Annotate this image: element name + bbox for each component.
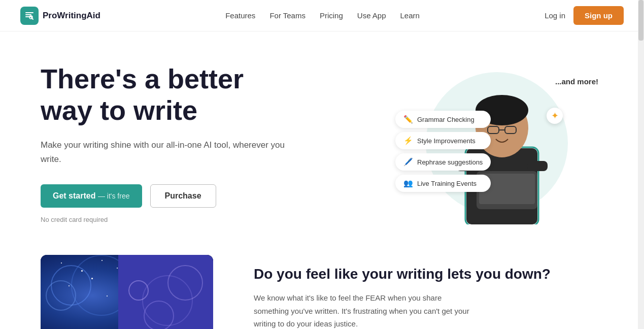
nav-pricing[interactable]: Pricing — [320, 11, 343, 20]
and-more-text: ...and more! — [555, 77, 598, 86]
nav-features[interactable]: Features — [225, 11, 255, 20]
hero-left: There's a better way to write Make your … — [41, 63, 294, 223]
nav-links: Features For Teams Pricing Use App Learn — [225, 11, 420, 20]
hero-title: There's a better way to write — [41, 63, 294, 126]
get-started-button[interactable]: Get started — it's free — [41, 184, 142, 208]
svg-rect-1 — [25, 14, 31, 15]
nav-use-app[interactable]: Use App — [357, 11, 386, 20]
pill-training: 👥 Live Training Events — [395, 175, 491, 192]
hero-section: There's a better way to write Make your … — [0, 31, 644, 245]
lower-right: Do you feel like your writing lets you d… — [254, 255, 551, 329]
lower-title: Do you feel like your writing lets you d… — [254, 265, 551, 283]
signup-button[interactable]: Sign up — [573, 6, 624, 25]
hero-illustration: ✏️ Grammar Checking ⚡ Style Improvements… — [390, 62, 603, 224]
deco-circle — [128, 280, 149, 301]
logo-text: ProWritingAid — [43, 11, 100, 21]
lower-image: My idea in my head — [41, 255, 213, 329]
plus-badge: ✦ — [547, 108, 563, 124]
feature-pills: ✏️ Grammar Checking ⚡ Style Improvements… — [395, 111, 491, 192]
pill-grammar: ✏️ Grammar Checking — [395, 111, 491, 128]
svg-rect-2 — [25, 16, 32, 17]
nav-for-teams[interactable]: For Teams — [269, 11, 306, 20]
logo-link[interactable]: ProWritingAid — [20, 7, 100, 25]
purchase-button[interactable]: Purchase — [150, 184, 216, 208]
scrollbar[interactable] — [638, 0, 644, 329]
svg-rect-0 — [25, 12, 33, 13]
scrollbar-thumb[interactable] — [638, 0, 643, 41]
lower-overlay — [118, 255, 213, 329]
lower-section: My idea in my head Do you feel like your… — [0, 245, 644, 329]
no-credit-text: No credit card required — [41, 216, 294, 223]
logo-icon — [20, 7, 39, 25]
pill-style: ⚡ Style Improvements — [395, 132, 491, 149]
navbar: ProWritingAid Features For Teams Pricing… — [0, 0, 644, 31]
deco-circle-2 — [144, 301, 174, 329]
nav-actions: Log in Sign up — [545, 6, 624, 25]
hero-buttons: Get started — it's free Purchase — [41, 184, 294, 208]
pill-rephrase: 🖊️ Rephrase suggestions — [395, 153, 491, 171]
login-button[interactable]: Log in — [545, 11, 565, 20]
lower-text: We know what it's like to feel the FEAR … — [254, 291, 477, 329]
nav-learn[interactable]: Learn — [400, 11, 420, 20]
hero-subtitle: Make your writing shine with our all-in-… — [41, 138, 294, 166]
svg-rect-14 — [527, 161, 548, 171]
